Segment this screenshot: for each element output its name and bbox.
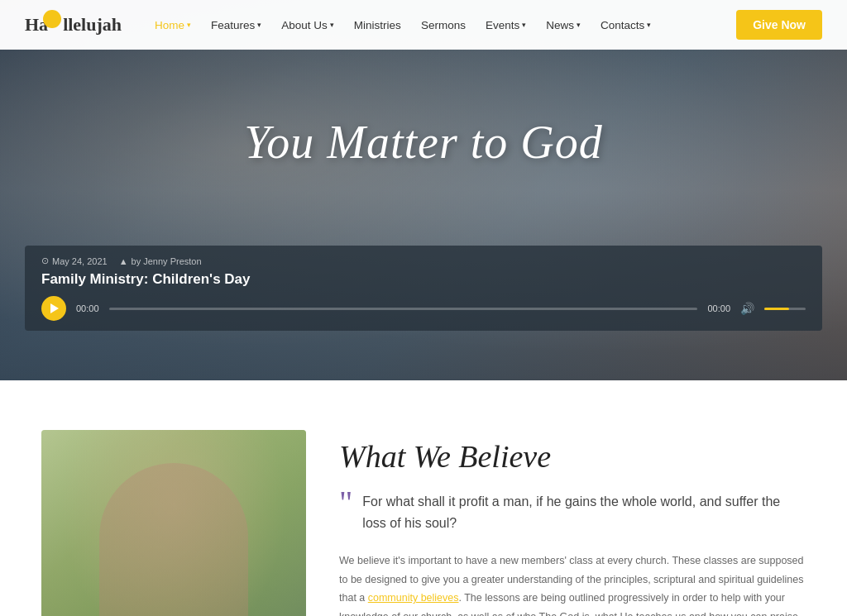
hero-date: ⊙ May 24, 2021 (41, 255, 108, 266)
nav-about-label: About Us (281, 19, 328, 31)
nav-sermons[interactable]: Sermons (413, 0, 474, 50)
nav-home[interactable]: Home ▾ (146, 0, 199, 50)
nav-contacts[interactable]: Contacts ▾ (592, 0, 659, 50)
nav-ministries-label: Ministries (354, 19, 401, 31)
nav-ministries[interactable]: Ministries (346, 0, 409, 50)
clock-icon: ⊙ (41, 255, 49, 266)
nav-features[interactable]: Features ▾ (203, 0, 270, 50)
nav-contacts-arrow: ▾ (647, 21, 651, 29)
nav-news[interactable]: News ▾ (538, 0, 589, 50)
believe-body: We believe it's important to have a new … (339, 552, 806, 616)
nav-events[interactable]: Events ▾ (477, 0, 534, 50)
time-total: 00:00 (707, 303, 730, 313)
community-link[interactable]: community believes (368, 592, 459, 604)
progress-bar[interactable] (109, 308, 698, 310)
volume-bar[interactable] (764, 308, 806, 310)
nav-links: Home ▾ Features ▾ About Us ▾ Ministries … (146, 0, 736, 50)
play-button[interactable] (41, 296, 66, 321)
nav-events-arrow: ▾ (522, 21, 526, 29)
nav-sermons-label: Sermons (421, 19, 466, 31)
player-controls: 00:00 00:00 🔊 (41, 296, 806, 321)
believe-section: What We Believe " For what shall it prof… (0, 380, 847, 616)
hero-meta: ⊙ May 24, 2021 ▲ by Jenny Preston (41, 255, 806, 266)
believe-content: What We Believe " For what shall it prof… (339, 430, 806, 616)
nav-features-arrow: ▾ (257, 21, 261, 29)
hero-author: ▲ by Jenny Preston (119, 256, 202, 266)
hero-title: You Matter to God (0, 116, 847, 169)
believe-image (41, 430, 306, 616)
sermon-title: Family Ministry: Children's Day (41, 271, 806, 288)
give-button[interactable]: Give Now (736, 10, 822, 40)
nav-contacts-label: Contacts (601, 19, 644, 31)
nav-events-label: Events (486, 19, 519, 31)
volume-fill (764, 308, 789, 310)
quote-mark-icon: " (339, 486, 352, 519)
nav-home-label: Home (155, 19, 184, 31)
nav-about-arrow: ▾ (330, 21, 334, 29)
nav-home-arrow: ▾ (187, 21, 191, 29)
quote-text: For what shall it profit a man, if he ga… (362, 491, 806, 533)
sermon-author: by Jenny Preston (132, 256, 202, 266)
navbar: Hallelujah Home ▾ Features ▾ About Us ▾ … (0, 0, 847, 50)
hero-section: You Matter to God ⊙ May 24, 2021 ▲ by Je… (0, 0, 847, 380)
hero-player-bar: ⊙ May 24, 2021 ▲ by Jenny Preston Family… (25, 246, 822, 331)
logo[interactable]: Hallelujah (25, 14, 122, 36)
nav-news-label: News (546, 19, 574, 31)
nav-about[interactable]: About Us ▾ (273, 0, 342, 50)
nav-features-label: Features (211, 19, 255, 31)
time-current: 00:00 (76, 303, 99, 313)
nav-news-arrow: ▾ (577, 21, 581, 29)
believe-title: What We Believe (339, 438, 806, 475)
sermon-date: May 24, 2021 (52, 256, 108, 266)
person-silhouette (99, 463, 248, 616)
quote-block: " For what shall it profit a man, if he … (339, 491, 806, 533)
volume-icon: 🔊 (740, 302, 754, 315)
person-icon: ▲ (119, 256, 128, 266)
